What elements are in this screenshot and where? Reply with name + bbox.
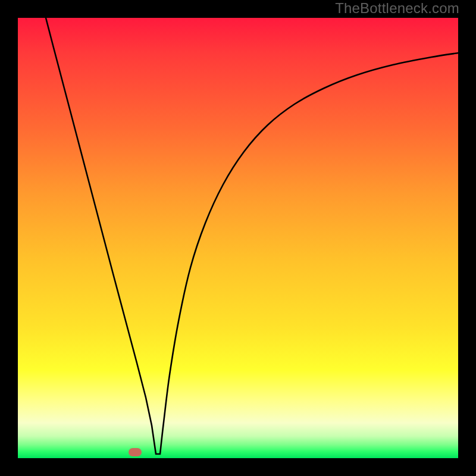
watermark-text: TheBottleneck.com bbox=[335, 0, 459, 17]
bottleneck-curve bbox=[18, 18, 458, 458]
minimum-marker bbox=[129, 448, 142, 456]
